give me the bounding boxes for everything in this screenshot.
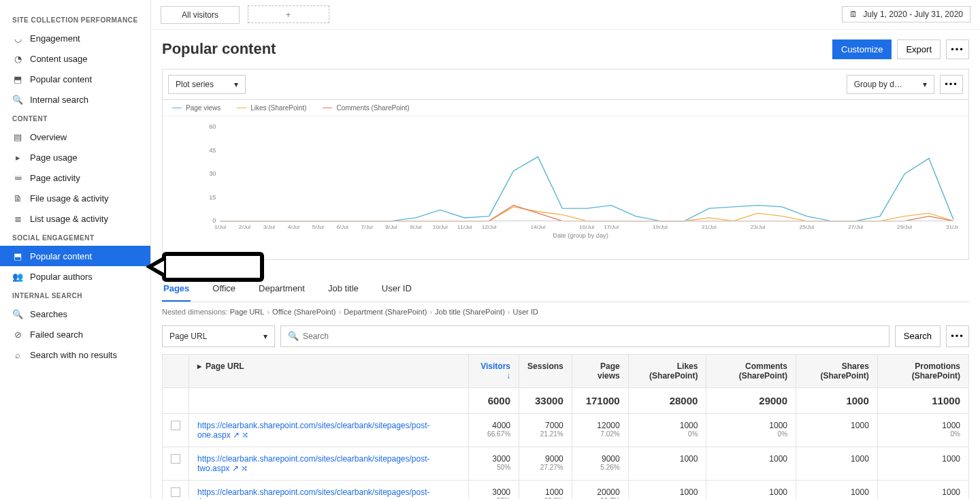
popular-content-icon: ⬒ [12, 251, 23, 261]
breadcrumb-item[interactable]: Job title (SharePoint) [435, 308, 505, 316]
svg-text:45: 45 [209, 147, 216, 154]
shuffle-icon[interactable]: ⤭ [242, 430, 248, 440]
plot-series-select[interactable]: Plot series▾ [168, 75, 246, 94]
sidebar-item-popular-content[interactable]: ⬒Popular content [0, 69, 150, 89]
sidebar-item-internal-search[interactable]: 🔍Internal search [0, 89, 150, 110]
sidebar-item-label: Popular content [30, 74, 92, 84]
col-page-url[interactable]: ▸Page URL [189, 354, 469, 387]
sidebar-item-label: Engagement [30, 33, 80, 44]
sidebar-item-content-usage[interactable]: ◔Content usage [0, 48, 150, 69]
sidebar-item-label: Page usage [30, 152, 77, 163]
more-button[interactable]: ••• [946, 39, 969, 59]
tab-job-title[interactable]: Job title [327, 276, 360, 302]
svg-text:5/Jul: 5/Jul [312, 224, 325, 230]
search-button[interactable]: Search [895, 325, 941, 347]
svg-text:1/Jul: 1/Jul [214, 224, 227, 230]
toolbar: All visitors + 🗓 July 1, 2020 - July 31,… [151, 0, 980, 30]
legend-entry[interactable]: Page views [172, 104, 220, 112]
shuffle-icon[interactable]: ⤭ [247, 497, 254, 500]
svg-text:Date (group by day): Date (group by day) [553, 232, 608, 239]
table-row: https://clearbank.sharepoint.com/sites/c… [163, 447, 969, 480]
visitors-tab[interactable]: All visitors [161, 6, 240, 24]
search-icon: 🔍 [12, 308, 23, 319]
svg-text:8/Jul: 8/Jul [385, 224, 397, 230]
group-by-select[interactable]: Group by d…▾ [847, 75, 934, 94]
sidebar-item-list-usage-activity[interactable]: ≣List usage & activity [0, 208, 150, 229]
page-link[interactable]: https://clearbank.sharepoint.com/sites/c… [197, 487, 430, 500]
breadcrumb-item[interactable]: Office (SharePoint) [272, 308, 336, 316]
svg-text:25/Jul: 25/Jul [799, 224, 814, 230]
row-checkbox[interactable] [171, 421, 180, 430]
external-link-icon[interactable]: ↗ [238, 497, 244, 500]
sidebar-item-file-usage-activity[interactable]: 🗎File usage & activity [0, 188, 150, 208]
customize-button[interactable]: Customize [832, 39, 892, 59]
col-likes-sharepoint-[interactable]: Likes (SharePoint) [628, 354, 706, 387]
sidebar-item-searches[interactable]: 🔍Searches [0, 304, 150, 324]
annotation-arrow [162, 252, 264, 282]
external-link-icon[interactable]: ↗ [232, 464, 239, 473]
svg-text:0: 0 [212, 217, 216, 224]
svg-text:29/Jul: 29/Jul [897, 224, 912, 230]
svg-text:7/Jul: 7/Jul [361, 224, 373, 230]
sidebar-item-popular-authors[interactable]: 👥Popular authors [0, 266, 150, 287]
col-promotions-sharepoint-[interactable]: Promotions (SharePoint) [877, 354, 968, 387]
sidebar-item-label: Page activity [30, 173, 80, 183]
sidebar-item-popular-content[interactable]: ⬒Popular content [0, 246, 150, 266]
legend-entry[interactable]: Comments (SharePoint) [323, 104, 409, 112]
chart-more-button[interactable]: ••• [940, 75, 963, 94]
col-sessions[interactable]: Sessions [519, 354, 572, 387]
overview-icon: ▤ [12, 131, 23, 142]
tab-user-id[interactable]: User ID [380, 276, 413, 302]
add-tab-button[interactable]: + [248, 5, 329, 23]
breadcrumb-item[interactable]: Department (SharePoint) [344, 308, 427, 316]
svg-text:15: 15 [209, 194, 216, 201]
sidebar-item-label: Overview [30, 132, 67, 142]
chevron-down-icon: ▾ [923, 80, 927, 89]
search-icon: 🔍 [288, 331, 299, 341]
sidebar-item-engagement[interactable]: ◡Engagement [0, 28, 150, 48]
sidebar: SITE COLLECTION PERFORMANCE◡Engagement◔C… [0, 0, 151, 499]
row-checkbox[interactable] [171, 487, 180, 497]
search-icon: 🔍 [12, 94, 23, 105]
shuffle-icon[interactable]: ⤭ [241, 464, 248, 473]
svg-text:27/Jul: 27/Jul [848, 224, 863, 230]
page-usage-icon: ▸ [12, 152, 23, 163]
chevron-down-icon: ▾ [234, 80, 238, 89]
svg-text:31/Jul: 31/Jul [946, 224, 958, 230]
tab-department[interactable]: Department [257, 276, 306, 302]
export-button[interactable]: Export [897, 39, 941, 59]
col-visitors[interactable]: Visitors ↓ [469, 354, 519, 387]
sidebar-item-label: Internal search [30, 95, 88, 105]
content-usage-icon: ◔ [12, 53, 23, 64]
table-row: https://clearbank.sharepoint.com/sites/c… [163, 480, 969, 499]
svg-text:3/Jul: 3/Jul [263, 224, 276, 230]
svg-text:11/Jul: 11/Jul [457, 224, 472, 230]
col-page-views[interactable]: Page views [572, 354, 628, 387]
sidebar-item-page-usage[interactable]: ▸Page usage [0, 147, 150, 167]
external-link-icon[interactable]: ↗ [233, 430, 240, 440]
breadcrumb-item[interactable]: Page URL [230, 308, 265, 316]
no-results-icon: ⌕ [12, 349, 23, 360]
file-icon: 🗎 [12, 193, 23, 204]
sidebar-item-overview[interactable]: ▤Overview [0, 127, 150, 147]
legend-entry[interactable]: Likes (SharePoint) [237, 104, 306, 112]
row-checkbox[interactable] [171, 454, 180, 464]
svg-text:60: 60 [209, 123, 216, 130]
sidebar-item-page-activity[interactable]: ⩸Page activity [0, 167, 150, 188]
sort-desc-icon: ↓ [506, 371, 510, 381]
sidebar-item-search-with-no-results[interactable]: ⌕Search with no results [0, 344, 150, 365]
svg-text:16/Jul: 16/Jul [579, 224, 594, 230]
col-shares-sharepoint-[interactable]: Shares (SharePoint) [796, 354, 878, 387]
breadcrumb-item[interactable]: User ID [512, 308, 538, 316]
date-range-picker[interactable]: 🗓 July 1, 2020 - July 31, 2020 [842, 6, 970, 22]
chevron-down-icon: ▾ [263, 332, 267, 341]
sidebar-item-label: Popular authors [30, 272, 93, 282]
dimension-tabs: PagesOfficeDepartmentJob titleUser ID [162, 276, 969, 302]
col-comments-sharepoint-[interactable]: Comments (SharePoint) [706, 354, 796, 387]
svg-text:23/Jul: 23/Jul [751, 224, 766, 230]
page-url-select[interactable]: Page URL▾ [162, 325, 275, 347]
search-input[interactable] [299, 326, 882, 347]
table-more-button[interactable]: ••• [946, 325, 969, 347]
sidebar-item-failed-search[interactable]: ⊘Failed search [0, 324, 150, 344]
sidebar-section-title: SOCIAL ENGAGEMENT [0, 229, 150, 246]
